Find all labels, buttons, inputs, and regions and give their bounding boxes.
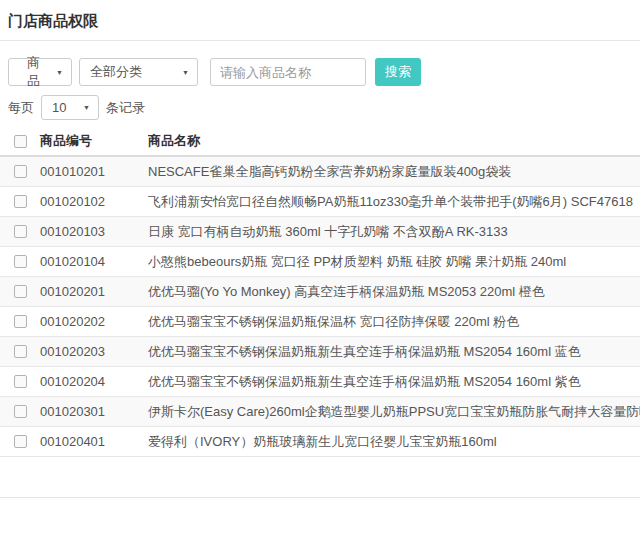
row-checkbox[interactable] [14, 315, 27, 328]
row-checkbox[interactable] [14, 345, 27, 358]
row-checkbox-cell [0, 375, 40, 388]
table-row: 001020203 优优马骝宝宝不锈钢保温奶瓶新生真空连手柄保温奶瓶 MS205… [0, 337, 640, 367]
row-checkbox-cell [0, 195, 40, 208]
search-button[interactable]: 搜索 [375, 58, 421, 86]
row-checkbox[interactable] [14, 225, 27, 238]
page-title: 门店商品权限 [0, 0, 640, 40]
product-id-cell: 001020202 [40, 314, 148, 329]
category-select[interactable]: 全部分类 ▼ [79, 58, 198, 86]
category-select-value: 全部分类 [90, 63, 142, 81]
product-id-cell: 001020102 [40, 194, 148, 209]
row-checkbox-cell [0, 285, 40, 298]
table-body: 001010201 NESCAFE雀巢全脂高钙奶粉全家营养奶粉家庭量版装400g… [0, 157, 640, 457]
product-id-cell: 001020103 [40, 224, 148, 239]
product-id-cell: 001010201 [40, 164, 148, 179]
product-name-cell: 伊斯卡尔(Easy Care)260ml企鹅造型婴儿奶瓶PPSU宽口宝宝奶瓶防胀… [148, 403, 640, 421]
per-page-suffix-label: 条记录 [106, 99, 145, 117]
row-checkbox-cell [0, 345, 40, 358]
product-name-cell: 优优马骝宝宝不锈钢保温奶瓶保温杯 宽口径防摔保暖 220ml 粉色 [148, 313, 640, 331]
table-row: 001020103 日康 宽口有柄自动奶瓶 360ml 十字孔奶嘴 不含双酚A … [0, 217, 640, 247]
panel-bottom-border [0, 457, 640, 498]
table-row: 001020102 飞利浦新安怡宽口径自然顺畅PA奶瓶11oz330毫升单个装带… [0, 187, 640, 217]
row-checkbox[interactable] [14, 285, 27, 298]
column-header-product-id: 商品编号 [40, 132, 148, 150]
per-page-select[interactable]: 10 ▼ [41, 95, 99, 120]
table-row: 001020104 小憨熊bebeours奶瓶 宽口径 PP材质塑料 奶瓶 硅胶… [0, 247, 640, 277]
row-checkbox[interactable] [14, 405, 27, 418]
product-name-cell: 优优马骝宝宝不锈钢保温奶瓶新生真空连手柄保温奶瓶 MS2054 160ml 蓝色 [148, 343, 640, 361]
select-all-checkbox[interactable] [14, 135, 27, 148]
product-name-cell: 优优马骝(Yo Yo Monkey) 高真空连手柄保温奶瓶 MS2053 220… [148, 283, 640, 301]
table-row: 001010201 NESCAFE雀巢全脂高钙奶粉全家营养奶粉家庭量版装400g… [0, 157, 640, 187]
product-name-cell: 优优马骝宝宝不锈钢保温奶瓶新生真空连手柄保温奶瓶 MS2054 160ml 紫色 [148, 373, 640, 391]
product-id-cell: 001020201 [40, 284, 148, 299]
row-checkbox-cell [0, 165, 40, 178]
row-checkbox[interactable] [14, 375, 27, 388]
product-name-input[interactable] [210, 58, 366, 86]
chevron-down-icon: ▼ [83, 104, 90, 111]
product-name-cell: 日康 宽口有柄自动奶瓶 360ml 十字孔奶嘴 不含双酚A RK-3133 [148, 223, 640, 241]
per-page-row: 每页 10 ▼ 条记录 [8, 95, 632, 120]
row-checkbox-cell [0, 405, 40, 418]
table-row: 001020201 优优马骝(Yo Yo Monkey) 高真空连手柄保温奶瓶 … [0, 277, 640, 307]
table-header-row: 商品编号 商品名称 [0, 127, 640, 157]
per-page-prefix-label: 每页 [8, 99, 34, 117]
table-row: 001020204 优优马骝宝宝不锈钢保温奶瓶新生真空连手柄保温奶瓶 MS205… [0, 367, 640, 397]
product-name-cell: 小憨熊bebeours奶瓶 宽口径 PP材质塑料 奶瓶 硅胶 奶嘴 果汁奶瓶 2… [148, 253, 640, 271]
table-row: 001020202 优优马骝宝宝不锈钢保温奶瓶保温杯 宽口径防摔保暖 220ml… [0, 307, 640, 337]
row-checkbox[interactable] [14, 195, 27, 208]
product-name-cell: 飞利浦新安怡宽口径自然顺畅PA奶瓶11oz330毫升单个装带把手(奶嘴6月) S… [148, 193, 640, 211]
product-type-select-value: 商品 [27, 54, 50, 90]
header-checkbox-cell [0, 135, 40, 148]
row-checkbox[interactable] [14, 165, 27, 178]
product-table: 商品编号 商品名称 001010201 NESCAFE雀巢全脂高钙奶粉全家营养奶… [0, 127, 640, 457]
product-id-cell: 001020401 [40, 434, 148, 449]
column-header-product-name: 商品名称 [148, 132, 640, 150]
product-id-cell: 001020204 [40, 374, 148, 389]
row-checkbox[interactable] [14, 435, 27, 448]
product-id-cell: 001020104 [40, 254, 148, 269]
chevron-down-icon: ▼ [56, 69, 63, 76]
product-name-cell: 爱得利（IVORY）奶瓶玻璃新生儿宽口径婴儿宝宝奶瓶160ml [148, 433, 640, 451]
row-checkbox-cell [0, 315, 40, 328]
table-row: 001020301 伊斯卡尔(Easy Care)260ml企鹅造型婴儿奶瓶PP… [0, 397, 640, 427]
row-checkbox-cell [0, 435, 40, 448]
per-page-select-value: 10 [52, 100, 66, 115]
product-id-cell: 001020203 [40, 344, 148, 359]
row-checkbox-cell [0, 255, 40, 268]
chevron-down-icon: ▼ [182, 69, 189, 76]
product-type-select[interactable]: 商品 ▼ [8, 58, 72, 86]
table-row: 001020401 爱得利（IVORY）奶瓶玻璃新生儿宽口径婴儿宝宝奶瓶160m… [0, 427, 640, 457]
row-checkbox-cell [0, 225, 40, 238]
product-id-cell: 001020301 [40, 404, 148, 419]
title-divider [0, 40, 640, 41]
filter-bar: 商品 ▼ 全部分类 ▼ 搜索 [8, 58, 632, 86]
row-checkbox[interactable] [14, 255, 27, 268]
product-name-cell: NESCAFE雀巢全脂高钙奶粉全家营养奶粉家庭量版装400g袋装 [148, 163, 640, 181]
